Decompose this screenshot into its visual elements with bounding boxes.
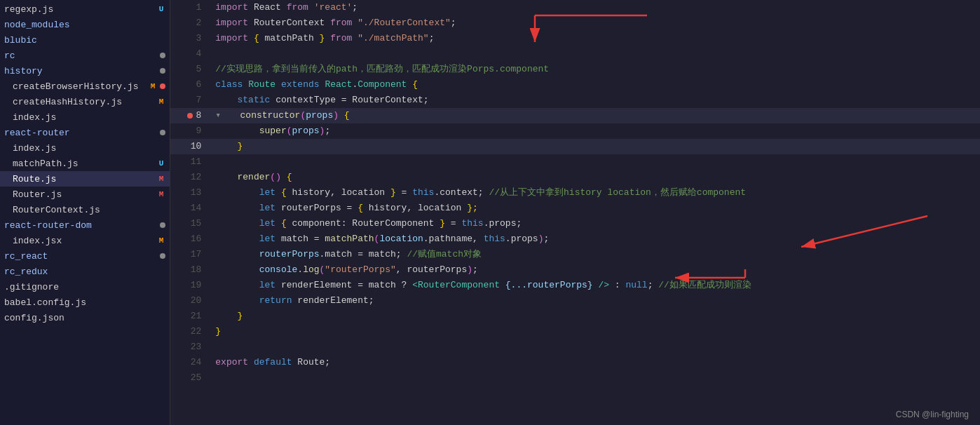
token-br1: }: [390, 187, 396, 198]
token-kw: this: [484, 234, 505, 244]
watermark: CSDN @lin-fighting: [896, 410, 969, 419]
token-op: .props;: [484, 218, 522, 229]
line-content: }: [210, 324, 980, 339]
token-op: Route;: [292, 357, 331, 367]
code-line: 22}: [170, 324, 980, 339]
sidebar-item-label: rc: [4, 50, 157, 61]
sidebar-item-label: createHashHistory.js: [13, 97, 154, 107]
sidebar-item-regexp-js[interactable]: regexp.jsU: [0, 1, 170, 17]
line-number: 3: [170, 31, 210, 46]
file-badge: M: [157, 236, 165, 245]
sidebar-item-label: index.js: [13, 112, 165, 123]
sidebar-item-label: matchPath.js: [13, 158, 154, 169]
token-str: "routerPorps": [325, 264, 395, 275]
line-content: }: [210, 139, 980, 154]
sidebar-item-rc-react[interactable]: rc_react: [0, 248, 170, 264]
token-op: =: [445, 218, 461, 229]
code-line: 25: [170, 370, 980, 386]
modified-dot: [160, 130, 165, 135]
modified-dot: [160, 253, 165, 259]
sidebar-item-react-router-dom[interactable]: react-router-dom: [0, 217, 170, 233]
token-op: [275, 187, 281, 198]
line-content: [210, 46, 980, 62]
token-br1: }: [215, 326, 221, 337]
token-op: [215, 311, 237, 321]
sidebar-item-blubic[interactable]: blubic: [0, 32, 170, 48]
token-prop: {...routerPorps}: [505, 280, 593, 290]
sidebar-item-rc-redux[interactable]: rc_redux: [0, 264, 170, 279]
token-op: [215, 280, 259, 290]
token-br1: {: [412, 79, 418, 90]
token-op: ;: [325, 126, 330, 136]
line-content: }: [210, 309, 980, 324]
sidebar-item-label: node_modules: [4, 20, 165, 30]
code-line: 23: [170, 339, 980, 355]
code-line: 15 let { component: RouterComponent } = …: [170, 216, 980, 231]
line-content: return renderElement;: [210, 293, 980, 309]
sidebar-item-RouterContext-js[interactable]: RouterContext.js: [0, 202, 170, 217]
sidebar-item-label: Route.js: [13, 174, 154, 184]
sidebar-item-babel-config-js[interactable]: babel.config.js: [0, 295, 170, 310]
line-number: 9: [170, 123, 210, 139]
sidebar-item-react-router[interactable]: react-router: [0, 125, 170, 140]
token-kw2: from: [287, 2, 308, 13]
sidebar-item-index-js-rr[interactable]: index.js: [0, 140, 170, 156]
token-op: renderElement = match ?: [275, 280, 412, 290]
line-content: let routerPorps = { history, location };: [210, 201, 980, 216]
token-op: [215, 172, 237, 182]
line-content: import { matchPath } from "./matchPath";: [210, 31, 980, 46]
code-line: 2import RouterContext from "./RouterCont…: [170, 15, 980, 31]
token-br2: (): [270, 172, 281, 182]
sidebar-item-label: Router.js: [13, 189, 154, 200]
line-number: 25: [170, 370, 210, 386]
sidebar-item-Router-js[interactable]: Router.jsM: [0, 187, 170, 202]
code-line: 3import { matchPath } from "./matchPath"…: [170, 31, 980, 46]
sidebar-item-history[interactable]: history: [0, 63, 170, 79]
sidebar-item-createHashHistory-js[interactable]: createHashHistory.jsM: [0, 94, 170, 109]
sidebar-item-node-modules[interactable]: node_modules: [0, 17, 170, 32]
token-op: .props: [505, 234, 538, 244]
line-number: 1: [170, 0, 210, 15]
token-op: [215, 218, 259, 229]
token-op: ;: [352, 2, 358, 13]
token-kw: let: [259, 187, 275, 198]
token-kw: let: [259, 280, 275, 290]
collapse-arrow-icon[interactable]: ▾: [215, 110, 226, 121]
token-cmt: //赋值match对象: [407, 249, 482, 259]
code-line: 14 let routerPorps = { history, location…: [170, 201, 980, 216]
code-line: 9 super(props);: [170, 123, 980, 139]
sidebar-item-index-js-history[interactable]: index.js: [0, 109, 170, 125]
token-br2: ): [333, 110, 339, 121]
token-kw: static: [238, 95, 271, 105]
line-number: 4: [170, 46, 210, 62]
token-var: props: [292, 126, 320, 136]
token-br2: (: [287, 126, 292, 136]
token-br1: {: [254, 33, 259, 43]
line-number: 5: [170, 62, 210, 77]
token-op: .context;: [434, 187, 489, 198]
sidebar-item-Route-js[interactable]: Route.jsM: [0, 171, 170, 187]
code-line: 20 return renderElement;: [170, 293, 980, 309]
token-br1: };: [467, 203, 478, 213]
line-content: [210, 154, 980, 170]
code-line: 18 console.log("routerPorps", routerPorp…: [170, 262, 980, 278]
token-op: routerPorps =: [275, 203, 358, 213]
line-content: [210, 339, 980, 355]
token-op: [215, 187, 259, 198]
token-op: renderElement;: [292, 295, 374, 306]
sidebar-item-matchPath-js[interactable]: matchPath.jsU: [0, 156, 170, 171]
token-op: [215, 95, 237, 105]
line-number: 12: [170, 170, 210, 185]
token-kw: let: [259, 234, 275, 244]
token-fn: super: [259, 126, 287, 136]
token-kw: extends: [281, 79, 320, 90]
token-fn: render: [238, 172, 271, 182]
sidebar-item-config-json[interactable]: config.json: [0, 310, 170, 325]
token-op: .pathname,: [423, 234, 484, 244]
sidebar-item-index-jsx[interactable]: index.jsxM: [0, 233, 170, 248]
token-var: console: [259, 264, 298, 275]
line-content: ▾ constructor(props) {: [210, 108, 980, 123]
sidebar-item-rc[interactable]: rc: [0, 48, 170, 63]
sidebar-item-createBrowserHistory-js[interactable]: createBrowserHistory.jsM: [0, 79, 170, 94]
sidebar-item-gitignore[interactable]: .gitignore: [0, 279, 170, 295]
